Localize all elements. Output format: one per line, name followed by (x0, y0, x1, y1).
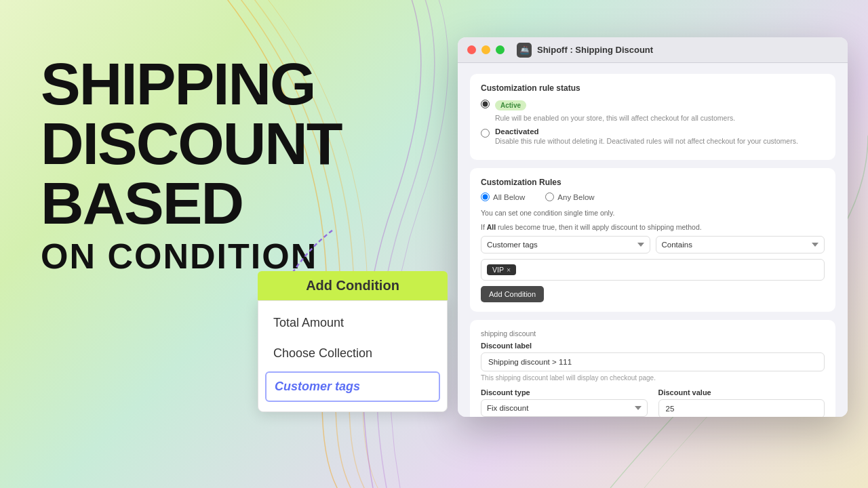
rules-desc1: You can set one condition single time on… (481, 208, 825, 218)
discount-type-select[interactable]: Fix discount Percentage (481, 399, 648, 417)
app-window: 🚢 Shipoff : Shipping Discount Customizat… (458, 37, 848, 417)
all-below-radio[interactable] (481, 192, 490, 201)
vip-tag-text: VIP (492, 266, 504, 274)
deactivated-option-row: Deactivated Disable this rule without de… (481, 127, 825, 145)
active-desc: Rule will be enabled on your store, this… (495, 114, 735, 122)
hero-line2: DISCOUNT (41, 114, 342, 174)
popup-container: Add Condition Total Amount Choose Collec… (258, 271, 448, 412)
discount-value-input[interactable] (658, 399, 825, 417)
rule-status-section: Customization rule status Active Rule wi… (470, 74, 835, 160)
condition-type-select[interactable]: Customer tags Total Amount Choose Collec… (481, 236, 650, 253)
traffic-light-green[interactable] (496, 45, 505, 54)
tag-input-area[interactable]: VIP × (481, 259, 825, 281)
discount-value-label: Discount value (658, 388, 825, 396)
popup-menu: Total Amount Choose Collection Customer … (258, 300, 448, 412)
popup-item-total-amount[interactable]: Total Amount (258, 308, 447, 338)
hero-line3: BASED (41, 174, 342, 233)
discount-label-title: Discount label (481, 342, 825, 350)
any-below-radio[interactable] (545, 192, 554, 201)
vip-tag: VIP × (487, 264, 516, 275)
discount-type-label: Discount type (481, 388, 648, 396)
traffic-light-red[interactable] (467, 45, 476, 54)
condition-operator-select[interactable]: Contains Does not contain (656, 236, 825, 253)
rules-desc2-suffix: rules become true, then it will apply di… (496, 223, 702, 231)
rules-desc2-bold: All (487, 223, 496, 231)
hero-text-block: SHIPPING DISCOUNT BASED ON CONDITION (41, 54, 342, 277)
discount-type-value-row: Discount type Fix discount Percentage Di… (481, 388, 825, 417)
deactivated-desc: Disable this rule without deleting it. D… (495, 137, 798, 145)
app-icon: 🚢 (517, 43, 532, 58)
any-below-label: Any Below (557, 193, 594, 201)
rules-section: Customization Rules All Below Any Below … (470, 168, 835, 312)
active-option-content: Active Rule will be enabled on your stor… (495, 98, 735, 122)
rules-radio-row: All Below Any Below (481, 192, 825, 201)
discount-type-col: Discount type Fix discount Percentage (481, 388, 648, 417)
rules-title: Customization Rules (481, 178, 825, 187)
active-radio[interactable] (481, 100, 490, 108)
rules-desc2-prefix: If (481, 223, 487, 231)
window-title-text: Shipoff : Shipping Discount (537, 45, 653, 55)
any-below-option[interactable]: Any Below (545, 192, 594, 201)
popup-item-choose-collection[interactable]: Choose Collection (258, 338, 447, 369)
titlebar: 🚢 Shipoff : Shipping Discount (458, 37, 848, 63)
deactivated-option-content: Deactivated Disable this rule without de… (495, 127, 798, 145)
popup-header: Add Condition (258, 271, 448, 300)
traffic-light-yellow[interactable] (481, 45, 490, 54)
active-badge: Active (495, 100, 526, 110)
discount-label-input[interactable] (481, 352, 825, 371)
rules-desc2: If All rules become true, then it will a… (481, 222, 825, 232)
active-option-row: Active Rule will be enabled on your stor… (481, 98, 825, 122)
deactivated-radio[interactable] (481, 129, 490, 138)
discount-section: shipping discount Discount label This sh… (470, 320, 835, 417)
popup-item-customer-tags[interactable]: Customer tags (265, 371, 440, 402)
all-below-option[interactable]: All Below (481, 192, 525, 201)
hero-line1: SHIPPING (41, 54, 342, 114)
discount-section-subtitle: shipping discount (481, 329, 825, 338)
add-condition-button[interactable]: Add Condition (481, 286, 544, 302)
discount-label-hint: This shipping discount label will displa… (481, 374, 825, 382)
rule-status-title: Customization rule status (481, 83, 825, 93)
hero-line4: ON CONDITION (41, 236, 342, 277)
discount-value-col: Discount value (658, 388, 825, 417)
remove-tag-icon[interactable]: × (507, 266, 511, 274)
window-title: 🚢 Shipoff : Shipping Discount (517, 43, 653, 58)
all-below-label: All Below (493, 193, 525, 201)
window-body: Customization rule status Active Rule wi… (458, 63, 848, 417)
condition-row: Customer tags Total Amount Choose Collec… (481, 236, 825, 253)
deactivated-label: Deactivated (495, 127, 798, 136)
